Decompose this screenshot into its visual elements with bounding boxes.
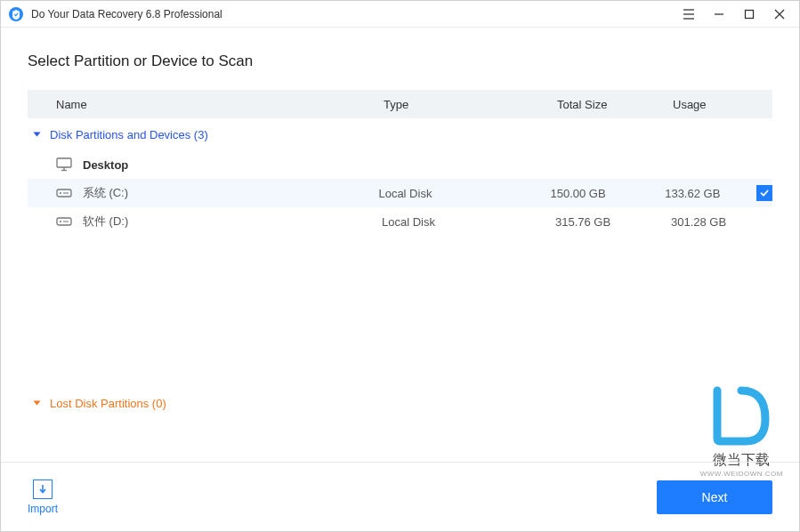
title-bar: Do Your Data Recovery 6.8 Professional xyxy=(1,1,799,28)
disk-icon xyxy=(54,183,74,203)
selected-checkmark-icon[interactable] xyxy=(756,185,772,201)
group-lost-title: Lost Disk Partitions (0) xyxy=(50,397,166,410)
minimize-button[interactable] xyxy=(712,7,726,21)
window-title: Do Your Data Recovery 6.8 Professional xyxy=(31,8,682,20)
import-icon xyxy=(33,480,53,499)
group-partitions-title: Disk Partitions and Devices (3) xyxy=(50,128,208,141)
import-button[interactable]: Import xyxy=(28,480,58,515)
svg-point-15 xyxy=(60,221,61,222)
close-button[interactable] xyxy=(772,7,787,21)
device-row-c[interactable]: 系统 (C:) Local Disk 150.00 GB 133.62 GB xyxy=(28,179,772,207)
device-name: 软件 (D:) xyxy=(83,214,382,230)
column-type: Type xyxy=(384,98,557,111)
menu-button[interactable] xyxy=(682,7,696,21)
group-partitions-header[interactable]: Disk Partitions and Devices (3) xyxy=(28,118,772,150)
device-size: 150.00 GB xyxy=(550,187,665,200)
expand-icon xyxy=(34,133,41,137)
maximize-button[interactable] xyxy=(742,7,756,21)
app-icon xyxy=(8,6,24,22)
window-controls xyxy=(682,7,792,21)
content-area: Select Partition or Device to Scan Name … xyxy=(1,28,799,419)
expand-icon xyxy=(34,401,41,406)
device-row-d[interactable]: 软件 (D:) Local Disk 315.76 GB 301.28 GB xyxy=(28,207,772,236)
svg-rect-8 xyxy=(57,158,71,167)
next-button[interactable]: Next xyxy=(657,480,772,514)
column-total-size: Total Size xyxy=(557,98,673,111)
column-usage: Usage xyxy=(673,98,762,111)
device-row-desktop[interactable]: Desktop xyxy=(28,150,772,179)
device-name: Desktop xyxy=(83,158,382,172)
device-type: Local Disk xyxy=(382,215,555,229)
desktop-icon xyxy=(54,155,74,174)
import-label: Import xyxy=(28,503,58,515)
group-lost-header[interactable]: Lost Disk Partitions (0) xyxy=(28,387,772,419)
column-name: Name xyxy=(56,98,384,111)
disk-icon xyxy=(54,212,74,231)
table-header: Name Type Total Size Usage xyxy=(28,90,772,118)
device-usage: 133.62 GB xyxy=(665,187,753,200)
svg-rect-5 xyxy=(746,10,754,18)
device-usage: 301.28 GB xyxy=(671,215,760,229)
device-type: Local Disk xyxy=(378,187,550,200)
next-label: Next xyxy=(702,490,728,504)
svg-point-12 xyxy=(60,192,61,194)
device-size: 315.76 GB xyxy=(555,215,671,229)
device-name: 系统 (C:) xyxy=(83,185,379,201)
footer: Import Next xyxy=(1,462,799,531)
page-title: Select Partition or Device to Scan xyxy=(28,52,772,70)
